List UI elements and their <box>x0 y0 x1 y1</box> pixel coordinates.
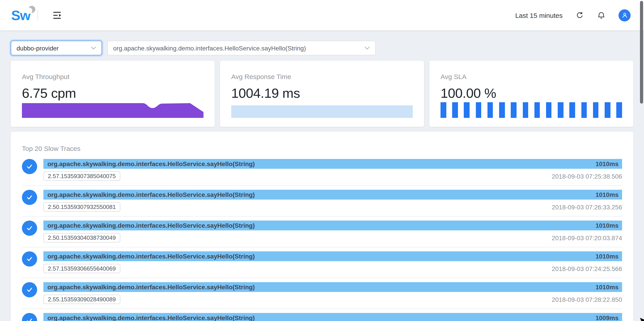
trace-success-check-icon <box>22 282 37 297</box>
trace-id-chip[interactable]: 2.57.15359307385040075 <box>44 171 120 181</box>
trace-endpoint-name: org.apache.skywalking.demo.interfaces.He… <box>48 222 590 229</box>
logo-crescent-icon <box>28 5 35 13</box>
header-divider <box>38 10 38 20</box>
sla-bar <box>452 102 458 118</box>
trace-details: org.apache.skywalking.demo.interfaces.He… <box>44 251 622 273</box>
trace-duration: 1010ms <box>596 222 618 229</box>
card-label: Avg Response Time <box>231 73 413 80</box>
trace-details: org.apache.skywalking.demo.interfaces.He… <box>44 221 622 242</box>
vertical-scrollbar[interactable] <box>640 1 643 104</box>
sla-bar <box>488 102 493 118</box>
trace-details: org.apache.skywalking.demo.interfaces.He… <box>44 159 622 181</box>
trace-success-check-icon <box>22 159 37 174</box>
trace-endpoint-name: org.apache.skywalking.demo.interfaces.He… <box>48 160 590 167</box>
mouse-cursor <box>640 317 644 321</box>
avg-sla-card: Avg SLA 100.00 % <box>429 61 633 127</box>
refresh-button[interactable] <box>576 11 584 19</box>
trace-duration-bar[interactable]: org.apache.skywalking.demo.interfaces.He… <box>44 251 622 261</box>
trace-duration: 1010ms <box>596 284 618 291</box>
sidebar-toggle-button[interactable] <box>53 11 62 19</box>
service-selector-value: dubbo-provider <box>16 44 58 52</box>
slow-traces-panel: Top 20 Slow Traces org.apache.skywalking… <box>11 132 633 321</box>
sla-bar-chart <box>440 102 622 118</box>
trace-list: org.apache.skywalking.demo.interfaces.He… <box>22 159 622 321</box>
trace-timestamp: 2018-09-03 07:25:38.506 <box>552 172 622 180</box>
top-bar: Sw Last 15 minutes <box>0 0 644 30</box>
panel-title: Top 20 Slow Traces <box>22 145 622 152</box>
endpoint-selector-value: org.apache.skywalking.demo.interfaces.He… <box>113 44 310 52</box>
trace-duration: 1010ms <box>596 191 618 198</box>
chevron-down-icon <box>91 46 96 50</box>
trace-id-chip[interactable]: 2.57.15359306655640069 <box>44 264 120 273</box>
sla-bar <box>464 102 470 118</box>
trace-success-check-icon <box>22 251 37 267</box>
trace-endpoint-name: org.apache.skywalking.demo.interfaces.He… <box>48 191 590 198</box>
trace-duration-bar[interactable]: org.apache.skywalking.demo.interfaces.He… <box>44 313 622 321</box>
trace-details: org.apache.skywalking.demo.interfaces.He… <box>44 282 622 304</box>
top-bar-actions: Last 15 minutes <box>515 9 630 21</box>
sla-bar <box>511 102 516 118</box>
trace-duration: 1010ms <box>596 253 618 260</box>
sla-bar <box>546 102 552 118</box>
sla-bar <box>476 102 481 118</box>
trace-row[interactable]: org.apache.skywalking.demo.interfaces.He… <box>22 221 622 247</box>
trace-row[interactable]: org.apache.skywalking.demo.interfaces.He… <box>22 282 622 309</box>
trace-duration-bar[interactable]: org.apache.skywalking.demo.interfaces.He… <box>44 159 622 169</box>
trace-endpoint-name: org.apache.skywalking.demo.interfaces.He… <box>48 253 590 260</box>
card-value: 6.75 cpm <box>22 86 204 101</box>
chevron-down-icon <box>364 46 370 50</box>
trace-success-check-icon <box>22 190 37 205</box>
trace-timestamp: 2018-09-03 07:20:03.874 <box>552 234 622 241</box>
trace-success-check-icon <box>22 221 37 236</box>
trace-timestamp: 2018-09-03 07:28:22.850 <box>552 296 622 303</box>
notifications-button[interactable] <box>597 11 606 20</box>
trace-details: org.apache.skywalking.demo.interfaces.He… <box>44 313 622 321</box>
sla-bar <box>522 102 528 118</box>
sla-bar <box>581 102 587 118</box>
avg-response-time-card: Avg Response Time 1004.19 ms <box>220 61 424 127</box>
trace-meta: 2.50.15359307932550081 2018-09-03 07:26:… <box>44 202 622 212</box>
refresh-icon <box>576 11 584 19</box>
trace-duration: 1010ms <box>596 160 618 167</box>
trace-duration-bar[interactable]: org.apache.skywalking.demo.interfaces.He… <box>44 190 622 200</box>
card-value: 1004.19 ms <box>231 86 413 101</box>
trace-duration-bar[interactable]: org.apache.skywalking.demo.interfaces.He… <box>44 282 622 292</box>
trace-meta: 2.57.15359307385040075 2018-09-03 07:25:… <box>44 171 622 181</box>
trace-row[interactable]: org.apache.skywalking.demo.interfaces.He… <box>22 251 622 278</box>
trace-timestamp: 2018-09-03 07:26:33.256 <box>552 203 622 210</box>
endpoint-selector[interactable]: org.apache.skywalking.demo.interfaces.He… <box>107 41 376 55</box>
sla-bar <box>605 102 610 118</box>
card-label: Avg SLA <box>440 73 622 80</box>
card-value: 100.00 % <box>440 86 622 101</box>
service-selector[interactable]: dubbo-provider <box>11 41 102 55</box>
trace-timestamp: 2018-09-03 07:24:25.566 <box>552 265 622 272</box>
trace-row[interactable]: org.apache.skywalking.demo.interfaces.He… <box>22 313 622 321</box>
card-label: Avg Throughput <box>22 73 204 80</box>
time-range-selector[interactable]: Last 15 minutes <box>515 11 562 19</box>
trace-endpoint-name: org.apache.skywalking.demo.interfaces.He… <box>48 314 590 321</box>
trace-row[interactable]: org.apache.skywalking.demo.interfaces.He… <box>22 190 622 216</box>
sla-bar <box>558 102 563 118</box>
bell-icon <box>597 11 606 20</box>
sla-bar <box>440 102 446 118</box>
sla-bar <box>616 102 622 118</box>
sla-bar <box>570 102 575 118</box>
response-time-sparkline-chart <box>231 105 413 118</box>
skywalking-dashboard: Sw Last 15 minutes <box>0 0 644 321</box>
trace-id-chip[interactable]: 2.50.15359304038730049 <box>44 233 120 242</box>
trace-meta: 2.50.15359304038730049 2018-09-03 07:20:… <box>44 233 622 242</box>
sla-bar <box>593 102 598 118</box>
avg-throughput-card: Avg Throughput 6.75 cpm <box>11 61 215 127</box>
user-icon <box>620 11 628 19</box>
trace-id-chip[interactable]: 2.50.15359307932550081 <box>44 202 120 212</box>
trace-meta: 2.55.15359309028490089 2018-09-03 07:28:… <box>44 295 622 304</box>
trace-meta: 2.57.15359306655640069 2018-09-03 07:24:… <box>44 264 622 273</box>
trace-duration-bar[interactable]: org.apache.skywalking.demo.interfaces.He… <box>44 221 622 230</box>
trace-details: org.apache.skywalking.demo.interfaces.He… <box>44 190 622 212</box>
trace-id-chip[interactable]: 2.55.15359309028490089 <box>44 295 120 304</box>
user-avatar[interactable] <box>618 9 630 21</box>
skywalking-logo[interactable]: Sw <box>11 8 30 22</box>
throughput-sparkline-chart <box>22 103 204 118</box>
trace-row[interactable]: org.apache.skywalking.demo.interfaces.He… <box>22 159 622 186</box>
trace-duration: 1009ms <box>596 314 618 321</box>
